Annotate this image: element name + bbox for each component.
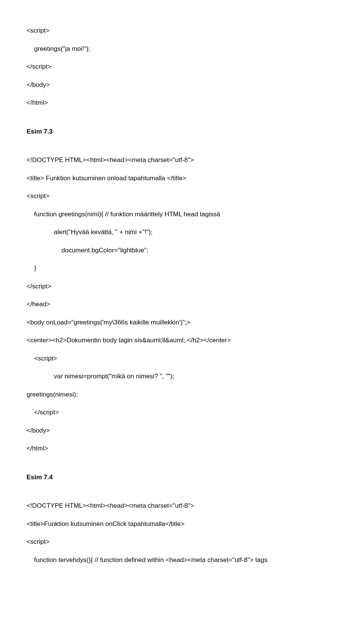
code-line: <!DOCTYPE HTML><html><head><meta charset… xyxy=(27,155,337,165)
code-line: var nimesi=prompt("mikä on nimesi? ", ""… xyxy=(54,372,337,381)
code-line: <script> xyxy=(27,537,337,547)
code-line: <title>Funktion kutsuminen onClick tapah… xyxy=(27,519,337,529)
code-line: <body onLoad="greetings('my\366s kaikill… xyxy=(27,318,337,327)
code-line: </html> xyxy=(27,444,337,453)
code-line: alert("Hyvää kevättä, " + nimi +"!"); xyxy=(54,227,337,237)
code-line: Esim 7.4 xyxy=(27,472,337,482)
code-line: </body> xyxy=(27,426,337,436)
code-line: <script> xyxy=(27,191,337,201)
code-line: <!DOCTYPE HTML><html><head><meta charset… xyxy=(27,501,337,511)
code-line: </script> xyxy=(34,408,337,417)
code-line: document.bgColor="lightblue"; xyxy=(61,246,337,255)
code-line: function tervehdys(){ // function define… xyxy=(34,555,337,565)
code-line: <center><h2>Dokumentin body tagin sis&au… xyxy=(27,335,337,345)
code-line: Esim 7.3 xyxy=(27,127,337,137)
code-line: </html> xyxy=(27,98,337,108)
code-line: <script> xyxy=(34,354,337,364)
code-line: greetings(nimesi); xyxy=(27,390,337,400)
code-line: </body> xyxy=(27,80,337,90)
code-line: <title> Funktion kutsuminen onload tapah… xyxy=(27,173,337,183)
code-line: function greetings(nimi){ // funktion mä… xyxy=(34,209,337,219)
code-line: greetings("ja moi!"); xyxy=(34,44,337,54)
code-line: </script> xyxy=(27,62,337,72)
code-line: <script> xyxy=(27,26,337,36)
code-line: </head> xyxy=(27,299,337,309)
code-line: </script> xyxy=(27,282,337,291)
code-line: } xyxy=(34,263,337,273)
document-body: <script>greetings("ja moi!");</script></… xyxy=(27,26,337,565)
